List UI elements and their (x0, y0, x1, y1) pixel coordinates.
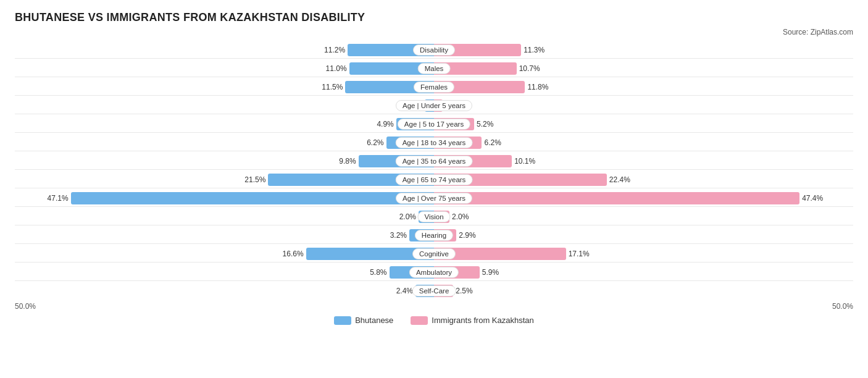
bar-right-side: 17.1% (434, 248, 853, 260)
chart-title: BHUTANESE VS IMMIGRANTS FROM KAZAKHSTAN … (15, 11, 853, 24)
bar-right-value: 10.7% (519, 64, 543, 73)
bar-row-container: 11.5%11.8%Females (15, 81, 853, 93)
bar-row: 11.5%11.8%Females (15, 78, 853, 96)
bar-row-container: 6.2%6.2%Age | 18 to 34 years (15, 136, 853, 149)
bar-pink (434, 211, 449, 223)
bar-blue (345, 81, 434, 93)
bar-right-side: 22.4% (434, 174, 853, 186)
bar-row-container: 5.8%5.9%Ambulatory (15, 266, 853, 279)
bar-row: 5.8%5.9%Ambulatory (15, 264, 853, 281)
bar-left-side: 47.1% (15, 192, 434, 204)
bar-blue (390, 266, 434, 279)
bar-right-side: 5.9% (434, 266, 853, 279)
bar-right-value: 47.4% (802, 194, 825, 203)
bar-row-container: 2.4%2.5%Self-Care (15, 285, 853, 297)
bar-right-side: 2.5% (434, 285, 853, 297)
bar-pink (434, 174, 607, 186)
bar-blue (415, 285, 434, 297)
legend-blue: Bhutanese (334, 316, 393, 325)
bar-blue (349, 62, 434, 75)
bar-right-value: 6.2% (484, 138, 507, 147)
bar-right-side: 10.7% (434, 62, 853, 75)
axis-row: 50.0% 50.0% (15, 302, 853, 311)
bar-blue (386, 136, 434, 149)
bar-row-container: 21.5%22.4%Age | 65 to 74 years (15, 174, 853, 186)
bar-row: 6.2%6.2%Age | 18 to 34 years (15, 134, 853, 151)
bar-right-value: 5.2% (477, 120, 500, 128)
bar-left-side: 21.5% (15, 174, 434, 186)
bar-right-side: 5.2% (434, 118, 853, 130)
bar-row: 16.6%17.1%Cognitive (15, 245, 853, 262)
bar-row: 47.1%47.4%Age | Over 75 years (15, 190, 853, 207)
bar-left-side: 11.5% (15, 81, 434, 93)
bar-row-container: 4.9%5.2%Age | 5 to 17 years (15, 118, 853, 130)
bar-pink (434, 155, 512, 167)
bar-left-value: 16.6% (280, 250, 304, 258)
bar-blue (306, 248, 434, 260)
bar-left-side: 4.9% (15, 118, 434, 130)
bar-right-side: 6.2% (434, 136, 853, 149)
bar-left-value: 6.2% (361, 138, 384, 147)
bar-left-side: 11.2% (15, 44, 434, 56)
bar-row: 3.2%2.9%Hearing (15, 227, 853, 244)
bar-right-side: 47.4% (434, 192, 853, 204)
bar-left-value: 2.0% (393, 212, 416, 221)
bar-right-value: 5.9% (482, 268, 506, 277)
bar-row: 11.2%11.3%Disability (15, 41, 853, 59)
bar-left-side: 11.0% (15, 62, 434, 75)
bar-left-value: 1.2% (399, 101, 422, 110)
bar-row-container: 2.0%2.0%Vision (15, 211, 853, 223)
bar-right-side: 2.9% (434, 229, 853, 242)
bar-left-value: 11.0% (323, 64, 347, 73)
bar-right-value: 17.1% (569, 250, 592, 258)
bar-row-container: 11.0%10.7%Males (15, 62, 853, 75)
bar-left-value: 11.5% (319, 83, 343, 91)
bar-right-value: 1.1% (445, 101, 469, 110)
bar-pink (434, 81, 525, 93)
legend-blue-label: Bhutanese (355, 316, 393, 325)
bar-left-side: 6.2% (15, 136, 434, 149)
bar-row: 2.0%2.0%Vision (15, 208, 853, 225)
bar-pink (434, 118, 474, 130)
bar-blue (409, 229, 434, 242)
bar-left-value: 47.1% (45, 194, 69, 203)
bar-row-container: 16.6%17.1%Cognitive (15, 248, 853, 260)
bar-left-value: 21.5% (242, 175, 265, 184)
bar-right-value: 11.8% (527, 83, 551, 91)
bar-right-value: 2.9% (459, 231, 482, 240)
legend-pink-label: Immigrants from Kazakhstan (432, 316, 533, 325)
bar-right-side: 10.1% (434, 155, 853, 167)
bar-right-value: 11.3% (524, 46, 547, 54)
chart-area: 11.2%11.3%Disability11.0%10.7%Males11.5%… (15, 41, 853, 300)
bar-right-value: 10.1% (514, 157, 538, 166)
legend-pink: Immigrants from Kazakhstan (411, 316, 533, 325)
bar-pink (434, 248, 566, 260)
bar-pink (434, 266, 480, 279)
bar-row: 11.0%10.7%Males (15, 60, 853, 77)
bar-blue (396, 118, 434, 130)
bar-left-value: 3.2% (383, 231, 407, 240)
bar-row: 1.2%1.1%Age | Under 5 years (15, 97, 853, 114)
bar-blue (425, 99, 434, 112)
bar-pink (434, 99, 443, 112)
bar-left-side: 3.2% (15, 229, 434, 242)
bar-left-side: 16.6% (15, 248, 434, 260)
axis-right: 50.0% (832, 302, 853, 311)
bar-right-side: 11.3% (434, 44, 853, 56)
bar-pink (434, 229, 456, 242)
legend: Bhutanese Immigrants from Kazakhstan (15, 316, 853, 325)
bar-left-side: 5.8% (15, 266, 434, 279)
bar-left-side: 2.0% (15, 211, 434, 223)
bar-row: 2.4%2.5%Self-Care (15, 282, 853, 300)
source-label: Source: ZipAtlas.com (15, 28, 853, 36)
bar-row: 21.5%22.4%Age | 65 to 74 years (15, 171, 853, 188)
bar-row-container: 11.2%11.3%Disability (15, 44, 853, 56)
bar-right-value: 22.4% (609, 175, 633, 184)
bar-pink (434, 136, 482, 149)
bar-left-side: 9.8% (15, 155, 434, 167)
bar-left-side: 1.2% (15, 99, 434, 112)
bar-left-value: 9.8% (333, 157, 356, 166)
bar-row-container: 9.8%10.1%Age | 35 to 64 years (15, 155, 853, 167)
bar-right-value: 2.0% (452, 212, 475, 221)
bar-right-side: 1.1% (434, 99, 853, 112)
